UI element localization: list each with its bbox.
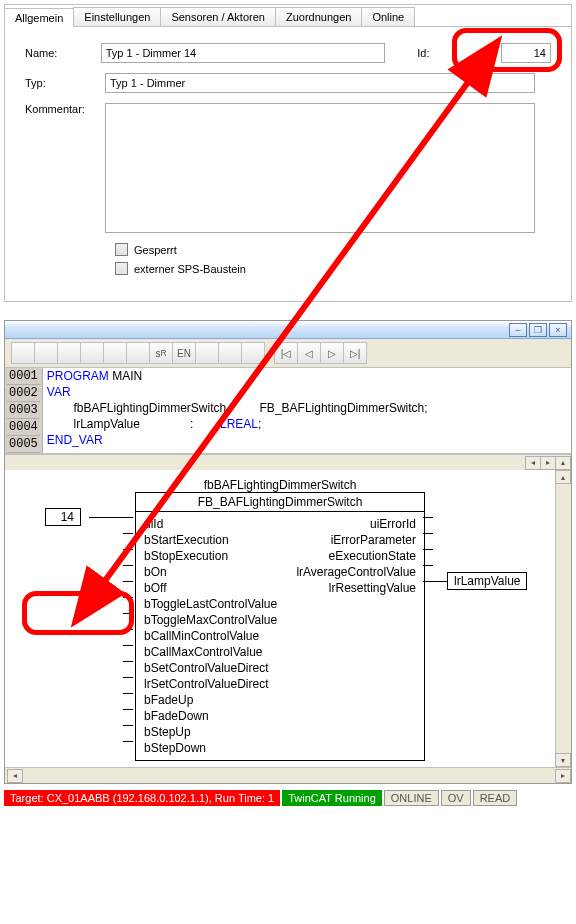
pin-bCallMaxControlValue: bCallMaxControlValue	[142, 644, 265, 660]
tb-btn-3[interactable]	[57, 342, 81, 364]
wire-lrResettingValue	[423, 581, 447, 582]
diagram-vscroll[interactable]: ▴▾	[555, 470, 571, 767]
minimize-icon[interactable]: –	[509, 323, 527, 337]
close-icon[interactable]: ×	[549, 323, 567, 337]
pin-bFadeDown: bFadeDown	[142, 708, 211, 724]
tab-strip: Allgemein Einstellungen Sensoren / Aktor…	[5, 5, 571, 27]
kommentar-label: Kommentar:	[25, 103, 105, 115]
config-panel: Allgemein Einstellungen Sensoren / Aktor…	[4, 4, 572, 302]
tb-btn-prev[interactable]: ◁	[297, 342, 321, 364]
tb-btn-6[interactable]	[126, 342, 150, 364]
tb-btn-11[interactable]	[241, 342, 265, 364]
tb-btn-5[interactable]	[103, 342, 127, 364]
decl-scrollbar[interactable]: ◂▸▴	[5, 454, 571, 470]
tb-btn-1[interactable]	[11, 342, 35, 364]
pin-bStepUp: bStepUp	[142, 724, 193, 740]
line-gutter: 0001 0002 0003 0004 0005	[5, 368, 43, 453]
pin-lrResettingValue: lrResettingValue	[327, 580, 418, 596]
pin-uiId: uiId	[142, 516, 165, 532]
id-label: Id:	[417, 47, 493, 59]
form-area: Name: Id: Typ: Kommentar: Gesperrt exter…	[5, 27, 571, 301]
name-field[interactable]	[101, 43, 386, 63]
tb-btn-9[interactable]	[195, 342, 219, 364]
tb-btn-en[interactable]: EN	[172, 342, 196, 364]
uiId-input-const: 14	[45, 508, 81, 526]
tb-btn-next[interactable]: ▷	[320, 342, 344, 364]
status-online: ONLINE	[384, 790, 439, 806]
pin-bOff: bOff	[142, 580, 168, 596]
restore-icon[interactable]: ❐	[529, 323, 547, 337]
wire-uiId	[89, 517, 133, 518]
fb-box: FB_BAFLightingDimmerSwitch uiId bStartEx…	[135, 492, 425, 761]
fb-left-pins: uiId bStartExecution bStopExecution bOn …	[136, 516, 279, 756]
lrLampValue-box: lrLampValue	[447, 572, 527, 590]
diagram-area-wrap: fbBAFLightingDimmerSwitch FB_BAFLighting…	[5, 470, 571, 767]
pin-bStopExecution: bStopExecution	[142, 548, 230, 564]
typ-field[interactable]	[105, 73, 535, 93]
diagram-hscroll[interactable]: ◂▸	[5, 767, 571, 783]
tab-sensoren-aktoren[interactable]: Sensoren / Aktoren	[160, 7, 276, 26]
pin-lrSetControlValueDirect: lrSetControlValueDirect	[142, 676, 271, 692]
pin-bToggleLastControlValue: bToggleLastControlValue	[142, 596, 279, 612]
gesperrt-label: Gesperrt	[134, 244, 177, 256]
ide-toolbar: sR EN |◁ ◁ ▷ ▷|	[5, 339, 571, 368]
code-text[interactable]: PROGRAM MAIN VAR fbBAFLightingDimmerSwit…	[43, 368, 432, 453]
pin-bStepDown: bStepDown	[142, 740, 208, 756]
pin-bSetControlValueDirect: bSetControlValueDirect	[142, 660, 271, 676]
gesperrt-checkbox[interactable]	[115, 243, 128, 256]
status-running: TwinCAT Running	[282, 790, 382, 806]
tab-zuordnungen[interactable]: Zuordnungen	[275, 7, 362, 26]
uiId-value-box: 14	[45, 508, 81, 526]
pin-bToggleMaxControlValue: bToggleMaxControlValue	[142, 612, 279, 628]
tb-btn-sr[interactable]: sR	[149, 342, 173, 364]
fb-diagram[interactable]: fbBAFLightingDimmerSwitch FB_BAFLighting…	[5, 470, 555, 767]
fb-instance-name: fbBAFLightingDimmerSwitch	[13, 478, 547, 492]
ide-panel: – ❐ × sR EN |◁ ◁ ▷ ▷| 0001 0002	[4, 320, 572, 784]
pin-uiErrorId: uiErrorId	[368, 516, 418, 532]
tb-btn-first[interactable]: |◁	[274, 342, 298, 364]
tab-allgemein[interactable]: Allgemein	[4, 8, 74, 27]
ide-titlebar: – ❐ ×	[5, 321, 571, 339]
tb-btn-4[interactable]	[80, 342, 104, 364]
tb-btn-10[interactable]	[218, 342, 242, 364]
pin-lrAverageControlValue: lrAverageControlValue	[294, 564, 418, 580]
tab-einstellungen[interactable]: Einstellungen	[73, 7, 161, 26]
pin-bStartExecution: bStartExecution	[142, 532, 231, 548]
fb-right-pins: uiErrorId iErrorParameter eExecutionStat…	[294, 516, 424, 756]
tb-btn-2[interactable]	[34, 342, 58, 364]
status-read: READ	[473, 790, 518, 806]
lrLampValue-box-wrap: lrLampValue	[447, 572, 527, 590]
pin-bOn: bOn	[142, 564, 169, 580]
tab-online[interactable]: Online	[361, 7, 415, 26]
status-bar: Target: CX_01AABB (192.168.0.102.1.1), R…	[4, 790, 572, 806]
pin-eExecutionState: eExecutionState	[327, 548, 418, 564]
name-label: Name:	[25, 47, 101, 59]
kommentar-field[interactable]	[105, 103, 535, 233]
fb-type-name: FB_BAFLightingDimmerSwitch	[136, 493, 424, 512]
declaration-pane: 0001 0002 0003 0004 0005 PROGRAM MAIN VA…	[5, 368, 571, 454]
pin-bCallMinControlValue: bCallMinControlValue	[142, 628, 261, 644]
status-target: Target: CX_01AABB (192.168.0.102.1.1), R…	[4, 790, 280, 806]
id-field[interactable]	[501, 43, 551, 63]
status-ov: OV	[441, 790, 471, 806]
externer-label: externer SPS-Baustein	[134, 263, 246, 275]
tb-btn-last[interactable]: ▷|	[343, 342, 367, 364]
typ-label: Typ:	[25, 77, 105, 89]
externer-checkbox[interactable]	[115, 262, 128, 275]
pin-bFadeUp: bFadeUp	[142, 692, 195, 708]
pin-iErrorParameter: iErrorParameter	[329, 532, 418, 548]
